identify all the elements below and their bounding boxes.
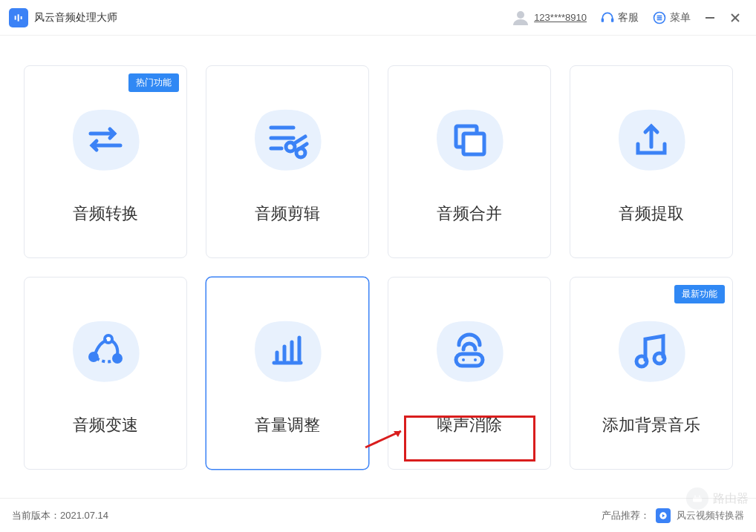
card-audio-merge[interactable]: 音频合并: [388, 65, 551, 258]
svg-point-31: [462, 358, 465, 361]
svg-rect-21: [463, 134, 484, 154]
version-label: 当前版本：: [12, 509, 60, 522]
convert-icon: [82, 116, 129, 163]
card-label: 噪声消除: [437, 414, 502, 436]
user-id: 123****8910: [534, 12, 587, 23]
svg-rect-1: [18, 14, 19, 21]
app-logo-icon: [9, 8, 28, 27]
app-title: 风云音频处理大师: [34, 11, 117, 24]
version-value: 2021.07.14: [60, 510, 108, 521]
close-button[interactable]: [729, 12, 741, 24]
svg-rect-4: [602, 18, 604, 22]
extract-icon: [628, 116, 675, 163]
card-label: 添加背景音乐: [602, 414, 700, 436]
svg-rect-0: [15, 16, 16, 19]
trim-icon: [264, 116, 311, 163]
minimize-button[interactable]: [704, 12, 716, 24]
menu-button[interactable]: 菜单: [652, 10, 691, 25]
svg-point-3: [517, 11, 524, 19]
avatar-icon: [512, 9, 529, 27]
badge-new: 最新功能: [674, 285, 725, 303]
menu-label: 菜单: [670, 11, 691, 24]
card-label: 音频转换: [73, 203, 138, 225]
svg-point-34: [654, 353, 665, 364]
card-label: 音频剪辑: [255, 203, 320, 225]
menu-icon: [652, 10, 667, 25]
card-label: 音频提取: [619, 203, 684, 225]
denoise-icon: [446, 327, 493, 375]
recommend-app-name[interactable]: 风云视频转换器: [677, 509, 744, 522]
speed-icon: [82, 327, 129, 375]
card-label: 音量调整: [255, 414, 320, 436]
recommend-app-icon: [656, 508, 671, 523]
headset-icon: [600, 10, 615, 25]
card-audio-speed[interactable]: 音频变速: [24, 277, 187, 470]
feature-grid: 热门功能 音频转换 音频剪辑 音频合并 音频提取 音频变速: [0, 36, 756, 470]
badge-hot: 热门功能: [128, 73, 179, 92]
svg-rect-30: [456, 354, 483, 366]
card-label: 音频变速: [73, 414, 138, 436]
card-audio-convert[interactable]: 热门功能 音频转换: [24, 65, 187, 258]
svg-point-32: [474, 358, 477, 361]
support-button[interactable]: 客服: [600, 10, 639, 25]
support-label: 客服: [618, 11, 639, 24]
svg-rect-5: [611, 18, 613, 22]
card-volume-adjust[interactable]: 音量调整: [206, 277, 369, 470]
footer: 当前版本： 2021.07.14 产品推荐： 风云视频转换器: [0, 498, 756, 532]
card-noise-removal[interactable]: 噪声消除: [388, 277, 551, 470]
card-add-bgm[interactable]: 最新功能 添加背景音乐: [570, 277, 733, 470]
card-audio-extract[interactable]: 音频提取: [570, 65, 733, 258]
card-label: 音频合并: [437, 203, 502, 225]
titlebar: 风云音频处理大师 123****8910 客服 菜单: [0, 0, 756, 36]
recommend-label: 产品推荐：: [602, 509, 650, 522]
user-block[interactable]: 123****8910: [512, 9, 587, 27]
bgm-icon: [628, 327, 675, 375]
card-audio-trim[interactable]: 音频剪辑: [206, 65, 369, 258]
volume-icon: [264, 327, 311, 375]
svg-rect-2: [21, 16, 22, 19]
merge-icon: [446, 116, 493, 163]
svg-point-33: [636, 356, 647, 367]
